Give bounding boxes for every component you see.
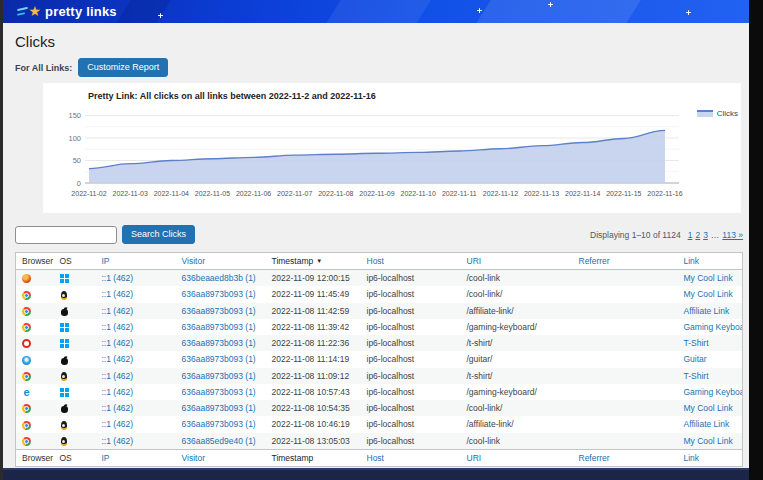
- column-header-link[interactable]: Link: [678, 449, 743, 466]
- column-header-host[interactable]: Host: [361, 253, 461, 270]
- timestamp-cell: 2022-11-09 12:00:15: [266, 270, 361, 287]
- ip-link[interactable]: ::1 (462): [102, 354, 134, 364]
- page-link-last[interactable]: 113 »: [722, 230, 743, 240]
- column-header-uri[interactable]: URI: [461, 449, 573, 466]
- table-row: ::1 (462)636aa8973b093 (1)2022-11-08 10:…: [16, 416, 743, 432]
- referrer-cell: [573, 270, 678, 287]
- os-cell: [54, 303, 96, 319]
- pretty-link-link[interactable]: Guitar: [684, 354, 707, 364]
- pretty-link-link[interactable]: My Cool Link: [684, 436, 733, 446]
- ip-link[interactable]: ::1 (462): [102, 403, 134, 413]
- pretty-link-link[interactable]: Affiliate Link: [684, 306, 730, 316]
- referrer-cell: [573, 384, 678, 400]
- pretty-link-link[interactable]: T-Shirt: [684, 371, 709, 381]
- column-label: Host: [367, 453, 384, 463]
- column-header-timestamp[interactable]: Timestamp: [266, 449, 361, 466]
- os-cell: [54, 286, 96, 302]
- host-cell: ip6-localhost: [361, 368, 461, 384]
- chrome-browser-icon: [22, 404, 31, 413]
- host-cell: ip6-localhost: [361, 433, 461, 450]
- safari-browser-icon: [22, 356, 31, 365]
- column-header-ip[interactable]: IP: [96, 449, 176, 466]
- svg-text:2022-11-03: 2022-11-03: [112, 190, 147, 197]
- ip-link[interactable]: ::1 (462): [102, 387, 134, 397]
- windows-os-icon: [60, 339, 69, 348]
- timestamp-cell: 2022-11-09 11:45:49: [266, 286, 361, 302]
- ip-link[interactable]: ::1 (462): [102, 289, 134, 299]
- timestamp-cell: 2022-11-08 10:57:43: [266, 384, 361, 400]
- column-header-os: OS: [54, 449, 96, 466]
- visitor-link[interactable]: 636aa8973b093 (1): [182, 387, 256, 397]
- column-header-timestamp[interactable]: Timestamp▼: [266, 253, 361, 270]
- table-row: ::1 (462)636aa8973b093 (1)2022-11-08 11:…: [16, 303, 743, 319]
- ip-link[interactable]: ::1 (462): [102, 338, 134, 348]
- pretty-link-link[interactable]: My Cool Link: [684, 273, 733, 283]
- page-link-2[interactable]: 2: [695, 230, 700, 240]
- visitor-link[interactable]: 636aa8973b093 (1): [182, 354, 256, 364]
- pretty-link-link[interactable]: Gaming Keyboard: [684, 322, 743, 332]
- host-cell: ip6-localhost: [361, 270, 461, 287]
- sparkle-icon: [477, 8, 482, 13]
- visitor-link[interactable]: 636aa8973b093 (1): [182, 371, 256, 381]
- clicks-chart: 0501001502022-11-022022-11-032022-11-042…: [43, 103, 741, 211]
- chrome-browser-icon: [22, 323, 31, 332]
- column-header-link[interactable]: Link: [678, 253, 743, 270]
- referrer-cell: [573, 335, 678, 351]
- ip-link[interactable]: ::1 (462): [102, 419, 134, 429]
- visitor-link[interactable]: 636aa85ed9e40 (1): [182, 436, 256, 446]
- pretty-link-link[interactable]: Affiliate Link: [684, 419, 730, 429]
- column-header-referrer[interactable]: Referrer: [573, 449, 678, 466]
- column-header-visitor[interactable]: Visitor: [176, 449, 266, 466]
- uri-cell: /cool-link/: [461, 286, 573, 302]
- column-header-uri[interactable]: URI: [461, 253, 573, 270]
- column-header-ip[interactable]: IP: [96, 253, 176, 270]
- column-header-referrer[interactable]: Referrer: [573, 253, 678, 270]
- customize-report-button[interactable]: Customize Report: [78, 58, 168, 77]
- opera-browser-icon: [22, 339, 31, 348]
- ip-link[interactable]: ::1 (462): [102, 322, 134, 332]
- svg-text:2022-11-11: 2022-11-11: [442, 190, 477, 197]
- timestamp-cell: 2022-11-08 11:39:42: [266, 319, 361, 335]
- apple-os-icon: [60, 404, 69, 413]
- banner-streak: [109, 0, 177, 23]
- visitor-link[interactable]: 636aa8973b093 (1): [182, 419, 256, 429]
- ip-link[interactable]: ::1 (462): [102, 436, 134, 446]
- search-clicks-button[interactable]: Search Clicks: [122, 225, 195, 244]
- timestamp-cell: 2022-11-08 10:54:35: [266, 400, 361, 416]
- host-cell: ip6-localhost: [361, 416, 461, 432]
- page-link-1[interactable]: 1: [688, 230, 693, 240]
- column-label: Referrer: [579, 453, 610, 463]
- browser-cell: [16, 319, 54, 335]
- visitor-link[interactable]: 636aa8973b093 (1): [182, 338, 256, 348]
- pretty-link-link[interactable]: My Cool Link: [684, 403, 733, 413]
- timestamp-cell: 2022-11-08 11:22:36: [266, 335, 361, 351]
- page-link-3[interactable]: 3: [703, 230, 708, 240]
- windows-os-icon: [60, 323, 69, 332]
- svg-text:2022-11-09: 2022-11-09: [359, 190, 394, 197]
- visitor-link[interactable]: 636aa8973b093 (1): [182, 322, 256, 332]
- column-header-host[interactable]: Host: [361, 449, 461, 466]
- search-input[interactable]: [15, 226, 117, 244]
- referrer-cell: [573, 351, 678, 367]
- svg-text:2022-11-15: 2022-11-15: [606, 190, 641, 197]
- host-cell: ip6-localhost: [361, 286, 461, 302]
- top-banner: ★ pretty links: [3, 0, 763, 23]
- visitor-link[interactable]: 636beaaed8b3b (1): [182, 273, 256, 283]
- ip-link[interactable]: ::1 (462): [102, 306, 134, 316]
- svg-text:2022-11-10: 2022-11-10: [400, 190, 435, 197]
- pretty-link-link[interactable]: Gaming Keyboard: [684, 387, 743, 397]
- visitor-link[interactable]: 636aa8973b093 (1): [182, 306, 256, 316]
- visitor-link[interactable]: 636aa8973b093 (1): [182, 289, 256, 299]
- referrer-cell: [573, 433, 678, 450]
- pretty-link-link[interactable]: T-Shirt: [684, 338, 709, 348]
- host-cell: ip6-localhost: [361, 400, 461, 416]
- ip-link[interactable]: ::1 (462): [102, 371, 134, 381]
- browser-cell: [16, 433, 54, 450]
- pretty-link-link[interactable]: My Cool Link: [684, 289, 733, 299]
- ip-link[interactable]: ::1 (462): [102, 273, 134, 283]
- os-cell: [54, 319, 96, 335]
- linux-os-icon: [60, 437, 68, 446]
- column-header-visitor[interactable]: Visitor: [176, 253, 266, 270]
- chrome-browser-icon: [22, 437, 31, 446]
- visitor-link[interactable]: 636aa8973b093 (1): [182, 403, 256, 413]
